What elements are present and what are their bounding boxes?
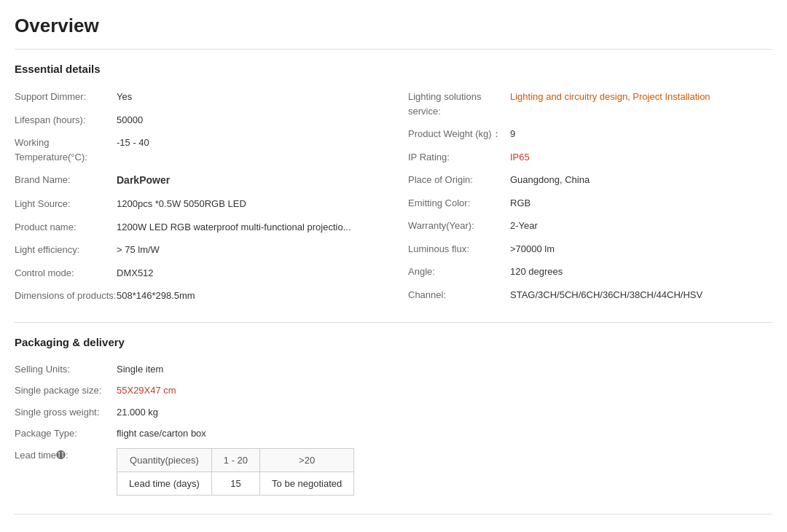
lead-time-header-quantity: Quantity(pieces) (117, 448, 212, 472)
label-working-temp: Working Temperature(°C): (15, 136, 117, 164)
title-divider (15, 49, 772, 50)
value-channel: STAG/3CH/5CH/6CH/36CH/38CH/44CH/HSV (510, 288, 772, 302)
label-support-dimmer: Support Dimmer: (15, 90, 117, 104)
value-place-of-origin: Guangdong, China (510, 173, 772, 187)
pkg-label-selling-units: Selling Units: (15, 362, 117, 377)
label-product-weight: Product Weight (kg)： (408, 127, 510, 141)
details-right-column: Lighting solutions service: Lighting and… (408, 85, 772, 308)
lead-time-table-header-row: Quantity(pieces) 1 - 20 >20 (117, 448, 354, 472)
value-ip-rating: IP65 (510, 150, 772, 165)
value-brand-name: DarkPower (117, 173, 379, 188)
value-dimensions: 508*146*298.5mm (117, 289, 379, 303)
detail-row-place-of-origin: Place of Origin: Guangdong, China (408, 168, 772, 192)
detail-row-light-source: Light Source: 1200pcs *0.5W 5050RGB LED (15, 192, 379, 216)
detail-row-dimensions: Dimensions of products: 508*146*298.5mm (15, 284, 379, 308)
value-angle: 120 degrees (510, 265, 772, 279)
detail-row-support-dimmer: Support Dimmer: Yes (15, 85, 379, 109)
bottom-divider (15, 514, 772, 515)
detail-row-light-efficiency: Light efficiency: > 75 lm/W (15, 238, 379, 262)
details-grid: Support Dimmer: Yes Lifespan (hours): 50… (15, 85, 772, 308)
detail-row-lifespan: Lifespan (hours): 50000 (15, 109, 379, 132)
value-warranty: 2-Year (510, 219, 772, 233)
pkg-label-lead-time: Lead time⓫: (15, 448, 117, 461)
packaging-section-title: Packaging & delivery (15, 336, 772, 348)
detail-row-working-temp: Working Temperature(°C): -15 - 40 (15, 131, 379, 168)
pkg-row-lead-time: Lead time⓫: Quantity(pieces) 1 - 20 >20 … (15, 445, 772, 499)
label-luminous-flux: Luminous flux: (408, 242, 510, 257)
detail-row-channel: Channel: STAG/3CH/5CH/6CH/36CH/38CH/44CH… (408, 283, 772, 307)
pkg-label-package-size: Single package size: (15, 383, 117, 398)
value-lighting-solutions: Lighting and circuitry design, Project I… (510, 90, 772, 104)
label-lifespan: Lifespan (hours): (15, 113, 117, 128)
label-emitting-color: Emitting Color: (408, 196, 510, 211)
lead-time-cell-15: 15 (211, 472, 259, 495)
pkg-label-gross-weight: Single gross weight: (15, 405, 117, 420)
pkg-row-gross-weight: Single gross weight: 21.000 kg (15, 402, 772, 423)
pkg-value-package-type: flight case/carton box (117, 426, 206, 441)
label-dimensions: Dimensions of products: (15, 289, 117, 303)
label-lighting-solutions: Lighting solutions service: (408, 90, 510, 118)
detail-row-lighting-solutions: Lighting solutions service: Lighting and… (408, 85, 772, 122)
label-brand-name: Brand Name: (15, 173, 117, 187)
section-divider-packaging (15, 322, 772, 323)
value-support-dimmer: Yes (117, 90, 379, 104)
packaging-delivery-section: Packaging & delivery Selling Units: Sing… (15, 336, 772, 499)
pkg-value-package-size: 55X29X47 cm (117, 383, 176, 398)
value-lifespan: 50000 (117, 113, 379, 128)
pkg-row-selling-units: Selling Units: Single item (15, 359, 772, 380)
pkg-value-gross-weight: 21.000 kg (117, 405, 158, 420)
pkg-value-selling-units: Single item (117, 362, 163, 377)
detail-row-luminous-flux: Luminous flux: >70000 lm (408, 238, 772, 261)
value-luminous-flux: >70000 lm (510, 242, 772, 257)
label-light-source: Light Source: (15, 197, 117, 211)
label-ip-rating: IP Rating: (408, 150, 510, 165)
lead-time-data-row: Lead time (days) 15 To be negotiated (117, 472, 354, 495)
label-place-of-origin: Place of Origin: (408, 173, 510, 187)
detail-row-angle: Angle: 120 degrees (408, 260, 772, 283)
lead-time-cell-label: Lead time (days) (117, 472, 212, 495)
value-control-mode: DMX512 (117, 266, 379, 281)
lead-time-cell-negotiated: To be negotiated (260, 472, 354, 495)
essential-details-section: Essential details Support Dimmer: Yes Li… (15, 63, 772, 308)
label-light-efficiency: Light efficiency: (15, 243, 117, 257)
packaging-rows: Selling Units: Single item Single packag… (15, 359, 772, 499)
pkg-label-package-type: Package Type: (15, 426, 117, 441)
value-working-temp: -15 - 40 (117, 136, 379, 150)
label-product-name: Product name: (15, 220, 117, 235)
value-product-weight: 9 (510, 127, 772, 141)
pkg-row-package-type: Package Type: flight case/carton box (15, 423, 772, 445)
label-channel: Channel: (408, 288, 510, 302)
lead-time-header-range1: 1 - 20 (211, 448, 259, 472)
page-title: Overview (15, 15, 772, 37)
value-light-efficiency: > 75 lm/W (117, 243, 379, 257)
lead-time-header-range2: >20 (260, 448, 354, 472)
essential-section-title: Essential details (15, 63, 772, 75)
detail-row-control-mode: Control mode: DMX512 (15, 262, 379, 285)
value-light-source: 1200pcs *0.5W 5050RGB LED (117, 197, 379, 211)
value-product-name: 1200W LED RGB waterproof multi-functiona… (117, 220, 379, 235)
detail-row-warranty: Warranty(Year): 2-Year (408, 214, 772, 238)
label-warranty: Warranty(Year): (408, 219, 510, 233)
pkg-row-package-size: Single package size: 55X29X47 cm (15, 380, 772, 402)
detail-row-emitting-color: Emitting Color: RGB (408, 192, 772, 215)
details-left-column: Support Dimmer: Yes Lifespan (hours): 50… (15, 85, 379, 308)
label-angle: Angle: (408, 265, 510, 279)
label-control-mode: Control mode: (15, 266, 117, 281)
detail-row-product-weight: Product Weight (kg)： 9 (408, 122, 772, 146)
value-emitting-color: RGB (510, 196, 772, 211)
detail-row-product-name: Product name: 1200W LED RGB waterproof m… (15, 216, 379, 239)
lead-time-table: Quantity(pieces) 1 - 20 >20 Lead time (d… (117, 448, 354, 496)
detail-row-ip-rating: IP Rating: IP65 (408, 146, 772, 169)
detail-row-brand-name: Brand Name: DarkPower (15, 168, 379, 192)
